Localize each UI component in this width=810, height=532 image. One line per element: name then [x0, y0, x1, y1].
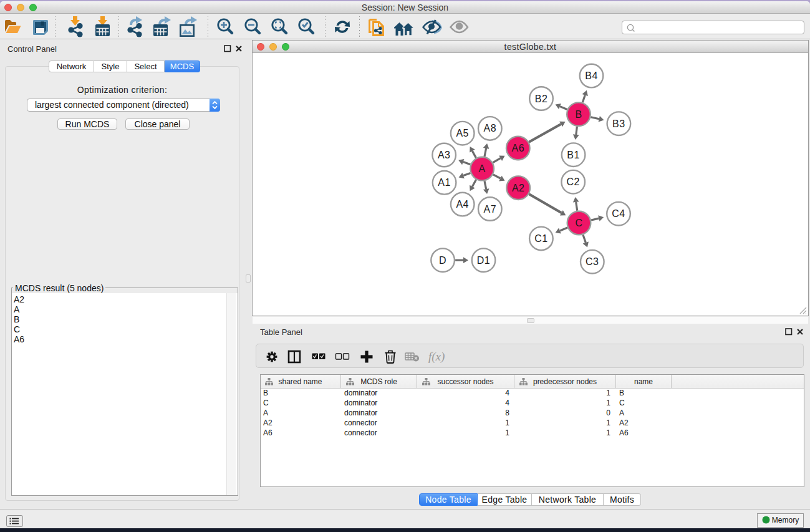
svg-text:B: B [575, 109, 582, 120]
svg-text:A: A [479, 163, 486, 174]
svg-text:C3: C3 [586, 256, 599, 267]
svg-text:B3: B3 [612, 118, 625, 129]
svg-text:C4: C4 [612, 208, 625, 219]
svg-text:D: D [439, 255, 446, 266]
svg-text:f(x): f(x) [428, 350, 445, 364]
svg-text:A4: A4 [456, 199, 469, 210]
svg-text:C2: C2 [566, 177, 579, 187]
svg-text:C1: C1 [534, 233, 547, 244]
svg-text:A2: A2 [512, 183, 525, 193]
svg-text:B1: B1 [567, 150, 580, 160]
svg-text:A1: A1 [438, 177, 451, 188]
svg-text:D1: D1 [477, 255, 490, 266]
svg-text:A6: A6 [512, 143, 525, 153]
svg-text:A7: A7 [484, 204, 497, 215]
svg-text:B2: B2 [535, 94, 548, 104]
svg-text:C: C [575, 218, 582, 228]
svg-text:A3: A3 [438, 150, 451, 160]
svg-text:B4: B4 [585, 70, 598, 81]
svg-text:A5: A5 [456, 128, 469, 138]
svg-text:A8: A8 [484, 123, 497, 133]
